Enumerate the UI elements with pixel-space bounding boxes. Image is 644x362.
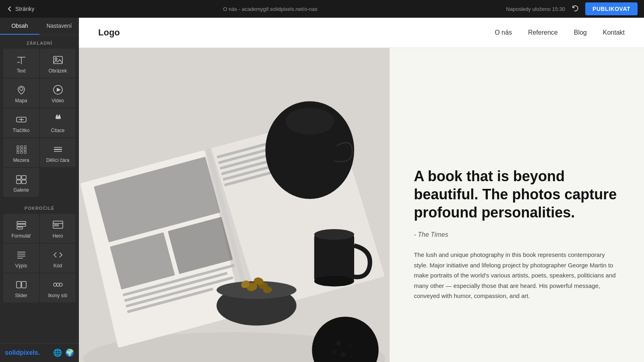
site-logo: Logo — [98, 27, 120, 38]
sidebar-item-listing-label: Výpis — [15, 263, 27, 269]
section-advanced-label: POKROČILÉ — [0, 200, 79, 214]
svg-rect-26 — [22, 180, 26, 184]
sidebar-item-spacer[interactable]: Mezera — [3, 138, 39, 167]
site-nav-links: O nás Reference Blog Kontakt — [495, 29, 625, 36]
sidebar-item-spacer-label: Mezera — [13, 157, 29, 163]
canvas: Logo O nás Reference Blog Kontakt — [79, 18, 644, 362]
svg-rect-19 — [24, 151, 26, 153]
svg-rect-17 — [17, 151, 19, 153]
svg-point-76 — [348, 344, 351, 348]
svg-point-79 — [333, 351, 336, 354]
nav-link-kontakt[interactable]: Kontakt — [603, 29, 625, 36]
svg-rect-37 — [17, 281, 21, 288]
svg-point-71 — [314, 229, 354, 240]
svg-rect-29 — [17, 227, 23, 229]
sidebar-item-code-label: Kód — [54, 263, 62, 269]
svg-rect-3 — [54, 56, 62, 64]
undo-button[interactable] — [570, 3, 580, 15]
quote-icon: ❝ — [55, 114, 61, 125]
svg-rect-15 — [21, 149, 23, 151]
globe-icon[interactable]: 🌐 — [53, 348, 62, 357]
hero-quote: A book that is beyond beautiful. The pho… — [414, 167, 620, 221]
svg-rect-24 — [22, 176, 26, 179]
svg-rect-14 — [17, 149, 19, 151]
nav-link-blog[interactable]: Blog — [574, 29, 587, 36]
sidebar-item-image[interactable]: Obrázek — [40, 49, 76, 78]
svg-rect-38 — [22, 281, 26, 288]
publish-button[interactable]: PUBLIKOVAT — [585, 2, 638, 15]
top-bar: Stránky O nás - academygif.solidpixels.n… — [0, 0, 644, 18]
svg-rect-27 — [17, 221, 26, 223]
svg-rect-23 — [17, 176, 21, 179]
sidebar-item-map[interactable]: Mapa — [3, 79, 39, 108]
sidebar-item-slider-label: Slider — [15, 293, 27, 298]
svg-rect-25 — [17, 180, 21, 184]
svg-rect-18 — [21, 151, 23, 153]
hero-description: The lush and unique photography in this … — [414, 250, 620, 301]
site-nav: Logo O nás Reference Blog Kontakt — [79, 18, 644, 48]
sidebar-item-gallery[interactable]: Galerie — [3, 168, 39, 197]
top-bar-actions: Naposledy uloženo 15:30 PUBLIKOVAT — [506, 2, 638, 15]
sidebar-item-social-label: Ikony sítí — [48, 293, 67, 298]
sidebar-item-text[interactable]: Text — [3, 49, 39, 78]
page-url: O nás - academygif.solidpixels.net/o-nas — [223, 6, 317, 12]
svg-rect-28 — [17, 224, 26, 226]
sidebar-item-form[interactable]: Formulář — [3, 214, 39, 243]
sidebar-item-gallery-label: Galerie — [13, 187, 29, 193]
svg-point-75 — [336, 341, 341, 345]
svg-rect-70 — [314, 234, 354, 281]
sidebar-item-code[interactable]: Kód — [40, 244, 76, 273]
sidebar-item-text-label: Text — [17, 68, 25, 74]
main-layout: Obsah Nastavení ZÁKLADNÍ Text Obrázek Ma… — [0, 18, 644, 362]
book-illustration-svg — [79, 48, 390, 362]
sidebar-footer: solidpixels. 🌐 🌍 — [0, 343, 79, 362]
sidebar-item-slider[interactable]: Slider — [3, 273, 39, 302]
nav-link-o-nas[interactable]: O nás — [495, 29, 512, 36]
sidebar-item-button[interactable]: Tlačítko — [3, 108, 39, 137]
svg-rect-12 — [21, 146, 23, 148]
globe2-icon[interactable]: 🌍 — [65, 348, 74, 357]
sidebar-item-button-label: Tlačítko — [12, 128, 29, 133]
hero-author: - The Times — [414, 231, 620, 238]
svg-point-78 — [350, 355, 354, 358]
website-preview: Logo O nás Reference Blog Kontakt — [79, 18, 644, 362]
sidebar-item-form-label: Formulář — [11, 233, 31, 239]
sidebar-tabs: Obsah Nastavení — [0, 18, 79, 35]
sidebar-item-divider-label: Dělící čára — [46, 157, 69, 163]
svg-point-77 — [341, 352, 346, 357]
sidebar-item-video-label: Video — [52, 98, 64, 103]
svg-point-62 — [285, 108, 334, 134]
hero-image — [79, 48, 390, 362]
tab-settings[interactable]: Nastavení — [39, 18, 79, 35]
back-label: Stránky — [15, 6, 34, 12]
sidebar-item-map-label: Mapa — [15, 98, 27, 103]
svg-rect-32 — [54, 225, 58, 226]
advanced-items-grid: Formulář Hero Výpis Kód Slider — [0, 214, 79, 306]
sidebar-item-quote[interactable]: ❝ Citace — [40, 108, 76, 137]
sidebar-item-social[interactable]: Ikony sítí — [40, 273, 76, 302]
sidebar-item-divider[interactable]: Dělící čára — [40, 138, 76, 167]
hero-content: A book that is beyond beautiful. The pho… — [390, 48, 644, 362]
sidebar-item-video[interactable]: Video — [40, 79, 76, 108]
section-basic-label: ZÁKLADNÍ — [0, 35, 79, 49]
sidebar-item-listing[interactable]: Výpis — [3, 244, 39, 273]
sidebar-item-hero[interactable]: Hero — [40, 214, 76, 243]
sidebar-logo: solidpixels. — [5, 349, 40, 356]
svg-rect-13 — [24, 146, 26, 148]
svg-marker-7 — [57, 88, 61, 92]
back-button[interactable]: Stránky — [6, 6, 34, 12]
sidebar-item-quote-label: Citace — [51, 128, 64, 133]
site-hero: A book that is beyond beautiful. The pho… — [79, 48, 644, 362]
sidebar-item-image-label: Obrázek — [49, 68, 67, 74]
save-info: Naposledy uloženo 15:30 — [506, 6, 565, 12]
svg-point-5 — [20, 87, 23, 91]
svg-point-4 — [55, 58, 57, 60]
sidebar: Obsah Nastavení ZÁKLADNÍ Text Obrázek Ma… — [0, 18, 79, 362]
svg-rect-16 — [24, 149, 26, 151]
sidebar-footer-icons: 🌐 🌍 — [53, 348, 74, 357]
nav-link-reference[interactable]: Reference — [528, 29, 558, 36]
tab-content[interactable]: Obsah — [0, 18, 39, 35]
basic-items-grid: Text Obrázek Mapa Video Tlačítko — [0, 49, 79, 200]
svg-point-72 — [314, 276, 354, 286]
svg-rect-11 — [17, 146, 19, 148]
